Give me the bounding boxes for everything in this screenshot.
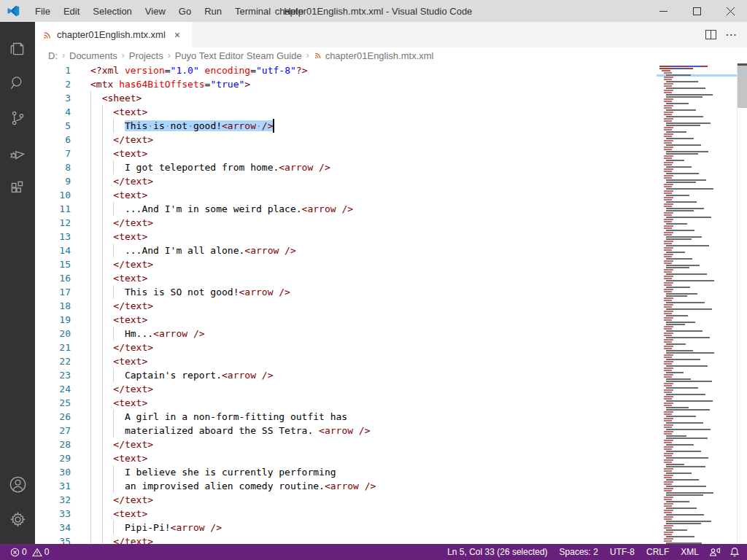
code-line[interactable]: 6 </text> (35, 133, 657, 147)
line-number[interactable]: 17 (35, 285, 90, 299)
scrollbar-thumb[interactable] (738, 66, 747, 108)
end-of-line[interactable]: CRLF (640, 547, 675, 557)
line-number[interactable]: 10 (35, 188, 90, 202)
code-line[interactable]: 14 ...And I'm all alone.<arrow /> (35, 244, 657, 257)
code-line[interactable]: 33 <text> (35, 507, 657, 521)
settings-gear-icon[interactable] (0, 502, 35, 537)
menu-file[interactable]: File (28, 0, 57, 22)
extensions-icon[interactable] (0, 171, 35, 206)
line-number[interactable]: 12 (35, 216, 90, 230)
code-line[interactable]: 35 </text> (35, 534, 657, 544)
line-number[interactable]: 3 (35, 91, 90, 105)
code-line[interactable]: 32 </text> (35, 493, 657, 507)
breadcrumb-item[interactable]: Projects (128, 50, 165, 61)
notifications-button[interactable] (725, 547, 747, 557)
line-number[interactable]: 4 (35, 105, 90, 119)
line-number[interactable]: 27 (35, 424, 90, 438)
breadcrumb-file[interactable]: chapter01English.mtx.xml (312, 50, 436, 61)
menu-edit[interactable]: Edit (57, 0, 86, 22)
menu-terminal[interactable]: Terminal (228, 0, 277, 22)
code-line[interactable]: 24 </text> (35, 382, 657, 396)
code-line[interactable]: 31 an improvised alien comedy routine.<a… (35, 479, 657, 493)
line-number[interactable]: 32 (35, 493, 90, 507)
maximize-button[interactable] (680, 0, 713, 22)
line-number[interactable]: 1 (35, 63, 90, 77)
menu-view[interactable]: View (139, 0, 172, 22)
code-line[interactable]: 15 </text> (35, 257, 657, 271)
line-number[interactable]: 21 (35, 341, 90, 354)
source-control-icon[interactable] (0, 101, 35, 136)
code-line[interactable]: 29 <text> (35, 451, 657, 465)
breadcrumb-item[interactable]: D: (47, 50, 59, 61)
code-line[interactable]: 25 <text> (35, 396, 657, 410)
accounts-icon[interactable] (0, 467, 35, 502)
line-number[interactable]: 2 (35, 77, 90, 91)
line-number[interactable]: 35 (35, 534, 90, 544)
line-number[interactable]: 13 (35, 230, 90, 244)
line-number[interactable]: 26 (35, 410, 90, 424)
tab-chapter01english[interactable]: chapter01English.mtx.xml × (35, 22, 193, 47)
indentation[interactable]: Spaces: 2 (554, 547, 604, 557)
more-actions-button[interactable]: ⋯ (721, 25, 741, 45)
code-line[interactable]: 16 <text> (35, 271, 657, 285)
line-number[interactable]: 34 (35, 521, 90, 534)
code-line[interactable]: 19 <text> (35, 313, 657, 327)
breadcrumb-item[interactable]: Documents (68, 50, 119, 61)
code-line[interactable]: 18 </text> (35, 299, 657, 313)
line-number[interactable]: 8 (35, 160, 90, 174)
code-line[interactable]: 3 <sheet> (35, 91, 657, 105)
code-line[interactable]: 10 <text> (35, 188, 657, 202)
line-number[interactable]: 9 (35, 174, 90, 188)
code-line[interactable]: 30 I believe she is currently performing (35, 465, 657, 479)
code-line[interactable]: 11 ...And I'm in some weird place.<arrow… (35, 202, 657, 216)
encoding[interactable]: UTF-8 (604, 547, 640, 557)
code-line[interactable]: 22 <text> (35, 354, 657, 368)
line-number[interactable]: 29 (35, 451, 90, 465)
code-line[interactable]: 5 This·is·not·good!<arrow·/> (35, 119, 657, 133)
menu-selection[interactable]: Selection (86, 0, 138, 22)
line-number[interactable]: 18 (35, 299, 90, 313)
line-number[interactable]: 31 (35, 479, 90, 493)
explorer-icon[interactable] (0, 31, 35, 66)
code-line[interactable]: 26 A girl in a non-form-fitting outfit h… (35, 410, 657, 424)
tab-close-icon[interactable]: × (170, 28, 185, 42)
line-number[interactable]: 11 (35, 202, 90, 216)
line-number[interactable]: 25 (35, 396, 90, 410)
code-line[interactable]: 4 <text> (35, 105, 657, 119)
code-line[interactable]: 13 <text> (35, 230, 657, 244)
line-number[interactable]: 24 (35, 382, 90, 396)
line-number[interactable]: 7 (35, 147, 90, 160)
line-number[interactable]: 33 (35, 507, 90, 521)
line-number[interactable]: 30 (35, 465, 90, 479)
code-line[interactable]: 21 </text> (35, 341, 657, 354)
code-line[interactable]: 34 Pipi-Pi!<arrow /> (35, 521, 657, 534)
line-number[interactable]: 28 (35, 438, 90, 451)
line-number[interactable]: 23 (35, 368, 90, 382)
menu-go[interactable]: Go (172, 0, 198, 22)
code-line[interactable]: 1<?xml version="1.0" encoding="utf-8"?> (35, 63, 657, 77)
breadcrumb-item[interactable]: Puyo Text Editor Steam Guide (174, 50, 303, 61)
code-line[interactable]: 17 This is SO not good!<arrow /> (35, 285, 657, 299)
line-number[interactable]: 14 (35, 244, 90, 257)
line-number[interactable]: 6 (35, 133, 90, 147)
code-line[interactable]: 23 Captain's report.<arrow /> (35, 368, 657, 382)
line-number[interactable]: 5 (35, 119, 90, 133)
line-number[interactable]: 20 (35, 327, 90, 341)
code-line[interactable]: 2<mtx has64BitOffsets="true"> (35, 77, 657, 91)
menu-help[interactable]: Help (277, 0, 310, 22)
code-line[interactable]: 27 materialized aboard the SS Tetra. <ar… (35, 424, 657, 438)
line-number[interactable]: 16 (35, 271, 90, 285)
split-editor-button[interactable] (700, 25, 721, 45)
code-line[interactable]: 12 </text> (35, 216, 657, 230)
run-debug-icon[interactable] (0, 136, 35, 171)
menu-run[interactable]: Run (198, 0, 228, 22)
feedback-button[interactable] (705, 547, 725, 557)
minimize-button[interactable] (646, 0, 680, 22)
code-line[interactable]: 9 </text> (35, 174, 657, 188)
code-line[interactable]: 7 <text> (35, 147, 657, 160)
code-line[interactable]: 8 I got teleported from home.<arrow /> (35, 160, 657, 174)
minimap[interactable] (657, 63, 737, 544)
search-icon[interactable] (0, 66, 35, 101)
line-number[interactable]: 15 (35, 257, 90, 271)
language-mode[interactable]: XML (675, 547, 705, 557)
